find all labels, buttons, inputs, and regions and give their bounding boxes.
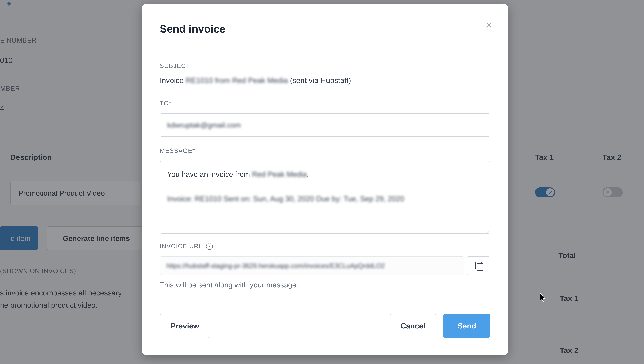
to-label: TO* [160,100,490,107]
info-icon[interactable]: i [206,243,213,250]
helper-text: This will be sent along with your messag… [160,280,490,289]
send-button[interactable]: Send [443,314,490,338]
message-label: MESSAGE* [160,147,490,154]
subject-label: SUBJECT [160,62,490,69]
to-input[interactable]: kdwruptak@gmail.com [160,113,490,137]
close-button[interactable]: × [486,19,492,31]
copy-icon [475,262,482,270]
send-invoice-modal: × Send invoice SUBJECT Invoice RE1010 fr… [142,4,508,355]
cursor-icon [540,293,547,304]
message-line: Due by: Tue, Sep 29, 2020 [316,193,404,205]
invoice-url-input[interactable]: https://hubstaff-staging-pr-3629.herokua… [160,256,464,275]
message-line: You have an invoice from Red Peak Media. [167,168,483,180]
cancel-button[interactable]: Cancel [390,314,436,338]
message-line: Sent on: Sun, Aug 30, 2020 [224,193,314,205]
message-textarea[interactable]: You have an invoice from Red Peak Media.… [160,161,490,234]
close-icon: × [486,19,492,32]
invoice-url-value: https://hubstaff-staging-pr-3629.herokua… [166,262,385,270]
preview-button[interactable]: Preview [160,314,210,338]
invoice-url-label: INVOICE URL i [160,243,490,250]
copy-url-button[interactable] [467,256,490,275]
modal-button-row: Preview Cancel Send [160,314,490,338]
to-input-value: kdwruptak@gmail.com [167,121,241,129]
resize-handle-icon[interactable] [485,228,489,233]
modal-title: Send invoice [160,23,490,35]
message-line: Invoice: RE1010 [167,193,222,205]
subject-value: Invoice RE1010 from Red Peak Media (sent… [160,76,490,85]
